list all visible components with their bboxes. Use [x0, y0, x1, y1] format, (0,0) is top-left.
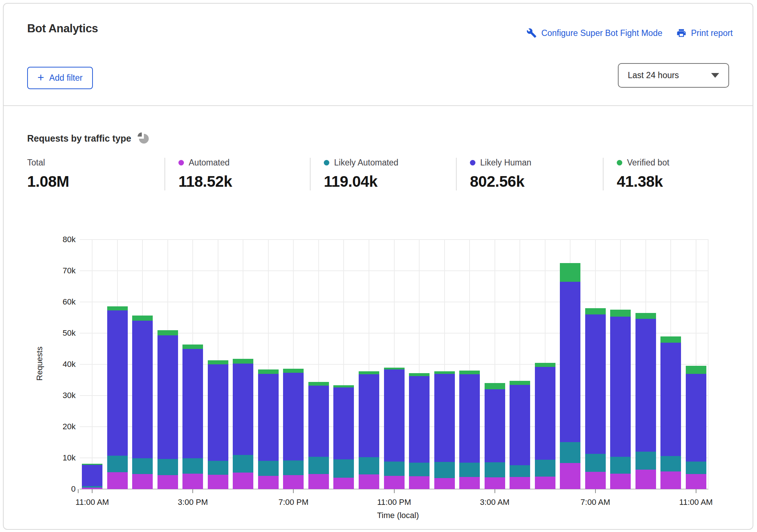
bar-10-00-am[interactable] [660, 336, 681, 489]
bar-segment-automated [283, 475, 304, 489]
bar-5-00-am[interactable] [535, 363, 555, 489]
bar-5-00-pm[interactable] [233, 359, 253, 489]
y-tick-label: 60k [35, 297, 76, 307]
bar-segment-automated [610, 474, 631, 489]
stat-automated-label: Automated [189, 158, 229, 168]
bar-3-00-pm[interactable] [182, 345, 203, 489]
bar-segment-verified-bot [107, 306, 128, 310]
bar-segment-likely-automated [585, 454, 606, 472]
bar-segment-likely-human [610, 317, 631, 457]
print-report-link[interactable]: Print report [676, 28, 733, 38]
bar-segment-automated [510, 477, 530, 489]
bar-segment-automated [333, 478, 354, 489]
bar-segment-likely-automated [459, 463, 480, 477]
y-tick-label: 50k [35, 328, 76, 338]
configure-link-label: Configure Super Bot Fight Mode [541, 28, 662, 38]
section-heading: Requests by traffic type [27, 133, 131, 144]
bar-segment-likely-automated [359, 457, 379, 474]
stat-verified-bot-label: Verified bot [627, 158, 669, 168]
stat-likely-automated-value: 119.04k [324, 173, 456, 190]
bar-segment-likely-human [132, 321, 153, 458]
axis-origin-tick [78, 489, 79, 493]
plot-right-border [708, 240, 709, 489]
bar-segment-likely-automated [434, 462, 455, 478]
bar-segment-verified-bot [585, 308, 606, 314]
bar-segment-likely-human [535, 367, 555, 460]
bar-segment-likely-automated [233, 455, 253, 473]
bar-3-00-am[interactable] [485, 383, 505, 489]
bar-segment-likely-human [409, 376, 430, 462]
bar-4-00-am[interactable] [510, 381, 530, 489]
bar-segment-likely-automated [510, 465, 530, 477]
bar-segment-automated [359, 474, 379, 489]
bar-segment-automated [635, 470, 656, 489]
y-tick-label: 0 [35, 484, 76, 494]
bar-segment-likely-human [333, 387, 354, 459]
time-range-value: Last 24 hours [628, 70, 679, 80]
y-tick-label: 30k [35, 391, 76, 400]
bar-11-00-pm[interactable] [384, 368, 405, 489]
bar-segment-automated [82, 488, 102, 489]
bar-2-00-am[interactable] [459, 371, 480, 489]
bar-segment-verified-bot [308, 382, 329, 385]
plus-icon: + [37, 72, 44, 83]
configure-super-bot-fight-mode-link[interactable]: Configure Super Bot Fight Mode [526, 28, 662, 38]
bar-4-00-pm[interactable] [208, 360, 228, 489]
bar-segment-automated [686, 474, 706, 489]
bar-7-00-pm[interactable] [283, 369, 304, 489]
bar-10-00-pm[interactable] [359, 371, 379, 489]
stat-total-label: Total [27, 158, 45, 168]
wrench-icon [526, 28, 537, 38]
bar-segment-likely-automated [107, 456, 128, 472]
bar-segment-likely-automated [308, 457, 329, 474]
bar-segment-likely-human [459, 374, 480, 463]
bar-segment-likely-automated [686, 462, 706, 474]
x-tick [293, 489, 294, 493]
bar-segment-likely-human [485, 389, 505, 462]
x-tick-label: 7:00 AM [566, 498, 625, 507]
bar-1-00-pm[interactable] [132, 316, 153, 489]
bar-segment-automated [585, 472, 606, 489]
bar-segment-likely-automated [208, 461, 228, 475]
print-link-label: Print report [691, 28, 733, 38]
add-filter-button[interactable]: + Add filter [27, 67, 93, 89]
bar-6-00-am[interactable] [560, 263, 580, 489]
bar-segment-automated [308, 474, 329, 489]
bar-9-00-pm[interactable] [333, 385, 354, 489]
automated-dot-icon [178, 160, 184, 165]
bar-segment-likely-human [157, 335, 178, 459]
bar-12-00-pm[interactable] [107, 306, 128, 489]
bar-segment-likely-human [384, 369, 405, 462]
section-header: Requests by traffic type [27, 132, 149, 145]
printer-icon [676, 28, 687, 38]
bar-segment-verified-bot [485, 383, 505, 389]
time-range-select[interactable]: Last 24 hours [618, 63, 729, 88]
likely-automated-dot-icon [324, 160, 329, 165]
stat-likely-human-label: Likely Human [480, 158, 531, 168]
bar-8-00-am[interactable] [610, 310, 631, 489]
bar-11-00-am[interactable] [686, 366, 706, 489]
bar-segment-likely-automated [660, 456, 681, 472]
bar-segment-automated [107, 472, 128, 489]
bar-segment-automated [132, 474, 153, 489]
bar-7-00-am[interactable] [585, 308, 606, 489]
bar-segment-likely-human [283, 373, 304, 460]
bar-segment-automated [560, 463, 580, 489]
bar-2-00-pm[interactable] [157, 330, 178, 489]
bar-9-00-am[interactable] [635, 313, 656, 489]
y-tick-label: 80k [35, 235, 76, 244]
bar-segment-likely-automated [560, 442, 580, 463]
card-header: Bot Analytics Configure Super Bot Fight … [4, 4, 753, 106]
bar-6-00-pm[interactable] [258, 369, 279, 489]
bar-1-00-am[interactable] [434, 371, 455, 489]
x-tick [495, 489, 495, 493]
bar-segment-likely-human [635, 319, 656, 452]
y-tick-label: 70k [35, 266, 76, 276]
bar-12-00-am[interactable] [409, 373, 430, 489]
bar-8-00-pm[interactable] [308, 382, 329, 489]
bar-11-00-am[interactable] [82, 464, 102, 489]
pie-chart-icon [137, 132, 149, 145]
bar-segment-likely-human [660, 343, 681, 456]
bar-segment-likely-automated [283, 460, 304, 475]
bar-segment-automated [182, 474, 203, 489]
